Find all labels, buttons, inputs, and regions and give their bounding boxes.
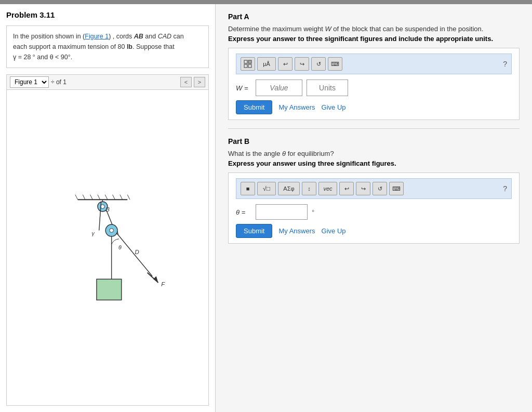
part-b-instruction: What is the angle θ for equilibrium? (228, 150, 520, 157)
figure-of-text: ÷ of 1 (51, 78, 66, 86)
svg-rect-31 (248, 64, 251, 68)
undo-btn-a[interactable]: ↩ (278, 57, 292, 71)
svg-rect-29 (248, 60, 251, 63)
figure-link[interactable]: Figure 1 (85, 33, 109, 40)
give-up-btn-b[interactable]: Give Up (322, 227, 346, 235)
my-answers-btn-a[interactable]: My Answers (278, 103, 315, 111)
desc-text-1: In the position shown in ( (13, 33, 85, 40)
part-b-label: Part B (228, 137, 520, 145)
diagram-svg: B γ A C (35, 191, 180, 305)
figure-select[interactable]: Figure 1 (10, 76, 49, 88)
svg-line-22 (116, 233, 152, 276)
submit-btn-a[interactable]: Submit (236, 100, 272, 114)
svg-line-4 (98, 194, 100, 200)
degree-symbol: ° (312, 208, 314, 216)
svg-text:F: F (161, 281, 165, 287)
redo-btn-a[interactable]: ↪ (295, 57, 309, 71)
redo-btn-b[interactable]: ↪ (356, 182, 370, 195)
svg-line-3 (90, 194, 93, 200)
theta-label: θ = (236, 208, 251, 216)
figure-container: Figure 1 ÷ of 1 < > (6, 74, 209, 406)
svg-text:γ: γ (91, 230, 95, 236)
units-input[interactable] (307, 79, 348, 96)
submit-btn-b[interactable]: Submit (236, 224, 272, 238)
sigma-btn[interactable]: ΑΣφ (278, 182, 300, 195)
figure-toolbar: Figure 1 ÷ of 1 < > (7, 75, 208, 90)
sqrt-btn[interactable]: √□ (257, 182, 276, 195)
problem-title: Problem 3.11 (6, 10, 209, 19)
part-b-input-row: θ = ° (236, 204, 512, 220)
svg-point-17 (110, 228, 114, 232)
part-b-section: Part B What is the angle θ for equilibri… (228, 137, 520, 244)
svg-line-1 (75, 194, 78, 200)
give-up-btn-a[interactable]: Give Up (322, 103, 346, 111)
my-answers-btn-b[interactable]: My Answers (278, 227, 315, 235)
part-b-toolbar: ■ √□ ΑΣφ ↕ vec ↩ ↪ ↺ ⌨ ? (236, 178, 512, 199)
part-divider (228, 128, 520, 129)
arrows-btn[interactable]: ↕ (302, 182, 316, 195)
part-a-instruction: Determine the maximum weight W of the bl… (228, 25, 520, 33)
svg-line-7 (120, 194, 123, 200)
square-btn[interactable]: ■ (241, 182, 255, 195)
svg-line-6 (113, 194, 115, 200)
theta-input[interactable] (256, 204, 308, 220)
value-input[interactable] (256, 79, 302, 96)
svg-marker-25 (153, 276, 158, 282)
part-a-section: Part A Determine the maximum weight W of… (228, 12, 520, 120)
part-a-submit-row: Submit My Answers Give Up (236, 100, 512, 114)
svg-rect-21 (97, 279, 122, 300)
keyboard-btn-b[interactable]: ⌨ (389, 182, 404, 195)
problem-description: In the position shown in (Figure 1) , co… (6, 25, 209, 68)
svg-line-2 (83, 194, 85, 200)
svg-line-8 (127, 194, 130, 200)
mu-btn[interactable]: μÅ (257, 57, 276, 71)
refresh-btn-a[interactable]: ↺ (311, 57, 326, 71)
help-btn-b[interactable]: ? (503, 184, 507, 193)
part-a-input-row: W = (236, 79, 512, 96)
svg-text:θ: θ (118, 244, 122, 250)
undo-btn-b[interactable]: ↩ (339, 182, 354, 195)
keyboard-btn-a[interactable]: ⌨ (328, 57, 342, 71)
part-b-instruction-bold: Express your answer using three signific… (228, 160, 520, 167)
svg-rect-28 (244, 60, 247, 63)
refresh-btn-b[interactable]: ↺ (373, 182, 387, 195)
help-btn-a[interactable]: ? (503, 60, 507, 68)
part-a-toolbar: μÅ ↩ ↪ ↺ ⌨ ? (236, 54, 512, 74)
part-a-instruction-bold: Express your answer to three significant… (228, 35, 520, 43)
figure-content: B γ A C (7, 90, 208, 405)
part-a-answer-box: μÅ ↩ ↪ ↺ ⌨ ? W = Submit My Answers Give … (228, 48, 520, 120)
part-b-answer-box: ■ √□ ΑΣφ ↕ vec ↩ ↪ ↺ ⌨ ? θ = ° Submit (228, 172, 520, 244)
part-a-label: Part A (228, 12, 520, 21)
right-panel: Part A Determine the maximum weight W of… (216, 4, 532, 412)
left-panel: Problem 3.11 In the position shown in (F… (0, 4, 216, 412)
figure-prev-btn[interactable]: < (180, 77, 192, 87)
svg-rect-30 (244, 64, 247, 68)
top-bar (0, 0, 532, 4)
vec-btn[interactable]: vec (318, 182, 337, 195)
w-label: W = (236, 84, 251, 92)
part-b-submit-row: Submit My Answers Give Up (236, 224, 512, 238)
matrix-btn[interactable] (241, 57, 255, 71)
svg-text:B: B (105, 206, 110, 212)
figure-next-btn[interactable]: > (194, 77, 205, 87)
svg-text:D: D (135, 249, 139, 255)
svg-line-5 (105, 194, 108, 200)
